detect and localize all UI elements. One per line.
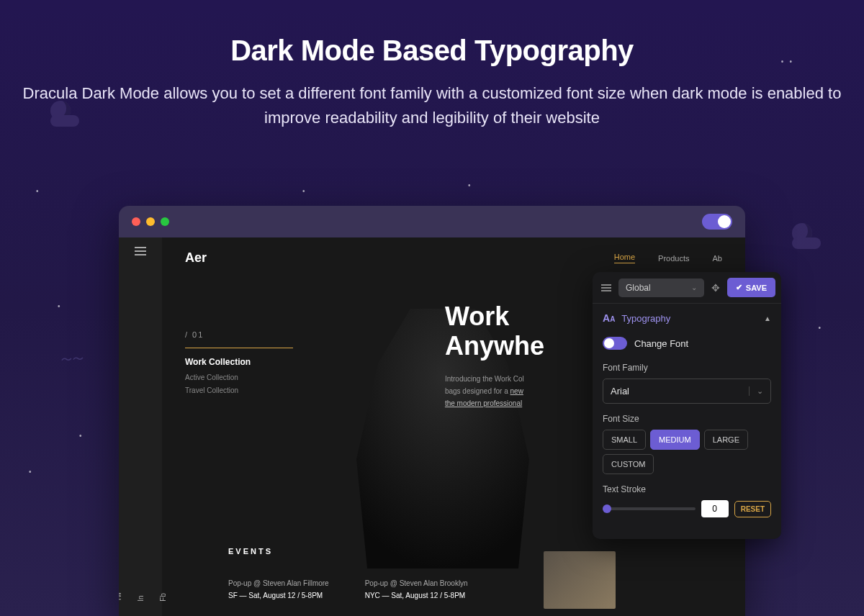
event-item: Pop-up @ Steven Alan FillmoreSF — Sat, A… [228,577,329,602]
text-stroke-slider[interactable] [603,507,696,510]
size-small-button[interactable]: SMALL [603,430,646,450]
section-title-label: Typography [621,313,670,324]
menu-icon[interactable] [135,250,146,252]
size-medium-button[interactable]: MEDIUM [650,430,700,450]
browser-chrome [119,206,745,237]
window-maximize-icon[interactable] [161,217,169,226]
scope-value: Global [626,283,651,293]
star-icon: • • [781,58,792,65]
star-icon: • [468,181,471,189]
moon-cloud-icon [792,223,821,249]
text-stroke-value[interactable]: 0 [701,500,729,517]
chevron-down-icon: ⌄ [691,284,697,291]
chevron-down-icon: ⌄ [749,386,763,396]
caret-up-icon: ▲ [764,314,771,322]
size-custom-button[interactable]: CUSTOM [603,454,654,474]
change-font-label: Change Font [634,338,688,349]
font-size-label: Font Size [603,414,771,424]
section-index: / 01 [185,330,416,339]
nav-products[interactable]: Products [658,254,689,263]
event-thumbnail [544,551,616,609]
window-minimize-icon[interactable] [146,217,155,226]
font-family-label: Font Family [603,363,771,373]
reset-button[interactable]: RESET [734,501,771,517]
font-family-value: Arial [611,386,629,397]
typography-icon: AA [603,312,615,324]
scope-select[interactable]: Global ⌄ [618,278,704,297]
font-family-select[interactable]: Arial ⌄ [603,379,771,404]
nav-about[interactable]: Ab [713,254,722,263]
save-button[interactable]: ✔ SAVE [727,278,775,297]
text-stroke-label: Text Stroke [603,484,771,494]
divider [185,348,293,348]
site-nav: Aer Home Products Ab [185,250,722,266]
dark-mode-toggle[interactable] [702,214,732,230]
nav-home[interactable]: Home [614,253,635,263]
panel-menu-icon[interactable] [601,287,611,289]
window-close-icon[interactable] [132,217,140,226]
moon-cloud-icon [50,101,79,127]
page-subtitle: Dracula Dark Mode allows you to set a di… [0,81,864,130]
star-icon: • [79,432,82,440]
check-icon: ✔ [736,283,742,292]
star-icon: • [29,468,32,476]
section-header-typography[interactable]: AA Typography ▲ [593,304,781,332]
size-large-button[interactable]: LARGE [704,430,748,450]
bird-icon: 〜〜 [60,352,85,369]
brand-logo[interactable]: Aer [185,250,207,266]
typography-panel: Global ⌄ ✥ ✔ SAVE AA Typography ▲ Change… [593,272,781,539]
star-icon: • [36,187,39,195]
move-icon[interactable]: ✥ [708,281,723,295]
page-title: Dark Mode Based Typography [0,35,864,67]
star-icon: • [58,302,60,310]
social-in[interactable]: In [137,592,145,602]
star-icon: • [302,187,305,195]
star-icon: • [818,324,821,332]
events-label: EVENTS [228,547,273,556]
event-item: Pop-up @ Steven Alan BrooklynNYC — Sat, … [365,577,468,602]
social-tw[interactable]: Tw [119,592,122,602]
site-sidebar: Tw In Fb [119,237,162,616]
change-font-toggle[interactable] [603,337,627,350]
